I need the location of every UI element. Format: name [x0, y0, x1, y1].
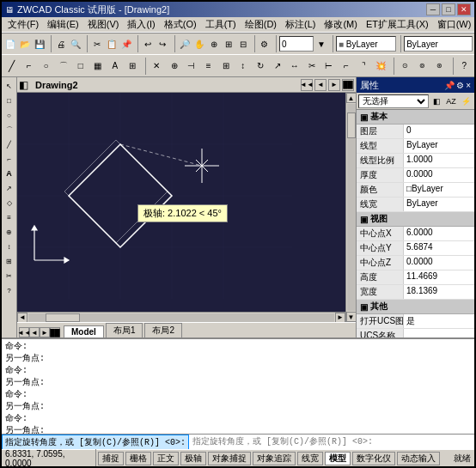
- prop-alpha-btn[interactable]: AZ: [444, 94, 458, 108]
- polyline-button[interactable]: ⌐: [21, 57, 37, 76]
- h-scrollbar[interactable]: ◄ ►: [17, 312, 345, 322]
- dim-tool[interactable]: ↗: [3, 181, 16, 195]
- point-tool[interactable]: ⊕: [3, 225, 16, 239]
- prop-val-ucs-name[interactable]: [404, 329, 474, 337]
- circle-tool[interactable]: ○: [3, 108, 16, 122]
- prop-val-width[interactable]: 18.1369: [404, 285, 474, 299]
- prop-val-height[interactable]: 11.4669: [404, 270, 474, 284]
- dynin-status[interactable]: 动态输入: [397, 452, 440, 465]
- grid-tool[interactable]: ⊞: [3, 254, 16, 268]
- erase-button[interactable]: ✕: [149, 57, 165, 76]
- nav-left[interactable]: ◄: [314, 79, 326, 91]
- rect-button[interactable]: □: [72, 57, 88, 76]
- maximize-button[interactable]: □: [442, 3, 455, 15]
- menu-modify[interactable]: 修改(M): [320, 17, 362, 32]
- v-scrollbar[interactable]: ▲ ▼: [345, 93, 356, 322]
- paste-button[interactable]: 📌: [119, 34, 133, 53]
- rotate-button[interactable]: ↻: [252, 57, 268, 76]
- prop-val-linetype[interactable]: ByLayer: [404, 139, 474, 153]
- menu-view[interactable]: 视图(V): [83, 17, 124, 32]
- scroll-right-btn[interactable]: ►: [335, 313, 345, 323]
- tab-next-btn[interactable]: ►: [40, 327, 50, 337]
- fillet-button[interactable]: ⌐: [338, 57, 354, 76]
- line-tool[interactable]: ╱: [3, 137, 16, 151]
- scroll-up-btn[interactable]: ▲: [346, 93, 357, 103]
- extend-button[interactable]: ⊢: [320, 57, 337, 76]
- menu-dimension[interactable]: 标注(L): [281, 17, 320, 32]
- circle-button[interactable]: ○: [38, 57, 54, 76]
- prop-val-ucs-icon[interactable]: 是: [404, 314, 474, 328]
- layer-input[interactable]: [279, 36, 314, 52]
- insert-block-button[interactable]: ⊞: [124, 57, 140, 76]
- tab-last-btn[interactable]: ██: [50, 327, 60, 337]
- redo-button[interactable]: ↪: [156, 34, 169, 53]
- menu-file[interactable]: 文件(F): [3, 17, 43, 32]
- tab-layout2[interactable]: 布局2: [144, 323, 182, 337]
- snap-btn[interactable]: ⊙: [397, 57, 413, 76]
- print-button[interactable]: 🖨: [54, 34, 68, 53]
- prop-close-icon[interactable]: ×: [466, 81, 471, 90]
- tab-layout1[interactable]: 布局1: [106, 323, 143, 337]
- minimize-button[interactable]: ─: [426, 3, 440, 15]
- menu-et[interactable]: ET扩展工具(X): [362, 17, 433, 32]
- zoom-button[interactable]: ⊕: [207, 34, 221, 53]
- scroll-thumb[interactable]: [347, 112, 356, 138]
- nav-right[interactable]: ►: [328, 79, 340, 91]
- prop-toggle-btn[interactable]: ◧: [430, 94, 443, 108]
- print-preview-button[interactable]: 🔍: [69, 34, 82, 53]
- close-button[interactable]: ✕: [457, 3, 471, 15]
- selection-dropdown[interactable]: 无选择: [358, 94, 429, 108]
- poly-tool[interactable]: ⌐: [3, 152, 16, 166]
- new-button[interactable]: 📄: [3, 34, 17, 53]
- nav-left-end[interactable]: ◄◄: [301, 79, 313, 91]
- tablet-status[interactable]: 数字化仪: [352, 452, 395, 465]
- mirror-button[interactable]: ⊣: [183, 57, 199, 76]
- zoom-window-button[interactable]: ⊞: [222, 34, 235, 53]
- drawing-canvas[interactable]: 极轴: 2.1022 < 45° ▲ ▼ ◄: [17, 93, 356, 322]
- grid-status[interactable]: 栅格: [125, 452, 151, 465]
- copy-obj-button[interactable]: ⊕: [166, 57, 182, 76]
- menu-insert[interactable]: 插入(I): [123, 17, 159, 32]
- prop-pin-icon[interactable]: 📌: [444, 81, 455, 90]
- model-status[interactable]: 模型: [325, 452, 351, 465]
- line-button[interactable]: ╱: [3, 57, 20, 76]
- menu-format[interactable]: 格式(O): [160, 17, 201, 32]
- move-button[interactable]: ↕: [235, 57, 251, 76]
- chamfer-button[interactable]: ⌝: [356, 57, 372, 76]
- layer-dropdown-btn[interactable]: ▼: [314, 34, 328, 53]
- scale-button[interactable]: ↗: [269, 57, 285, 76]
- scroll-down-btn[interactable]: ▼: [346, 312, 357, 322]
- prop-val-thickness[interactable]: 0.0000: [404, 168, 474, 182]
- array-button[interactable]: ⊞: [217, 57, 234, 76]
- tab-first-btn[interactable]: ◄◄: [19, 327, 29, 337]
- prop-group-basic[interactable]: ▣ 基本: [357, 110, 474, 125]
- osnap-status[interactable]: 对象捕捉: [208, 452, 251, 465]
- lineweight-status[interactable]: 线宽: [297, 452, 323, 465]
- hatch-button[interactable]: ▦: [89, 57, 106, 76]
- prop-val-ltscale[interactable]: 1.0000: [404, 154, 474, 167]
- polar-status[interactable]: 极轴: [180, 452, 206, 465]
- move-tool[interactable]: ↕: [3, 240, 16, 253]
- prop-val-cy[interactable]: 5.6874: [404, 241, 474, 255]
- linetype-dropdown[interactable]: ByLayer: [404, 36, 473, 52]
- otrack-btn[interactable]: ⊛: [431, 57, 448, 76]
- menu-draw[interactable]: 绘图(D): [241, 17, 281, 32]
- pan-button[interactable]: ✋: [192, 34, 206, 53]
- undo-button[interactable]: ↩: [141, 34, 155, 53]
- cut-button[interactable]: ✂: [90, 34, 104, 53]
- snap-status[interactable]: 捕捉: [98, 452, 124, 465]
- menu-edit[interactable]: 编辑(E): [43, 17, 83, 32]
- text-button[interactable]: A: [107, 57, 123, 76]
- open-button[interactable]: 📂: [18, 34, 32, 53]
- text-tool[interactable]: A: [3, 167, 16, 180]
- select-tool[interactable]: ↖: [3, 79, 16, 93]
- prop-group-view[interactable]: ▣ 视图: [357, 212, 474, 227]
- rect-tool[interactable]: □: [3, 94, 16, 107]
- prop-settings-icon[interactable]: ⚙: [456, 81, 464, 90]
- trim-tool[interactable]: ✂: [3, 269, 16, 283]
- prop-val-cx[interactable]: 6.0000: [404, 227, 474, 240]
- offset-button[interactable]: ≡: [200, 57, 217, 76]
- help-button[interactable]: ?: [456, 57, 473, 76]
- explode-button[interactable]: 💥: [373, 57, 389, 76]
- prop-val-cz[interactable]: 0.0000: [404, 256, 474, 270]
